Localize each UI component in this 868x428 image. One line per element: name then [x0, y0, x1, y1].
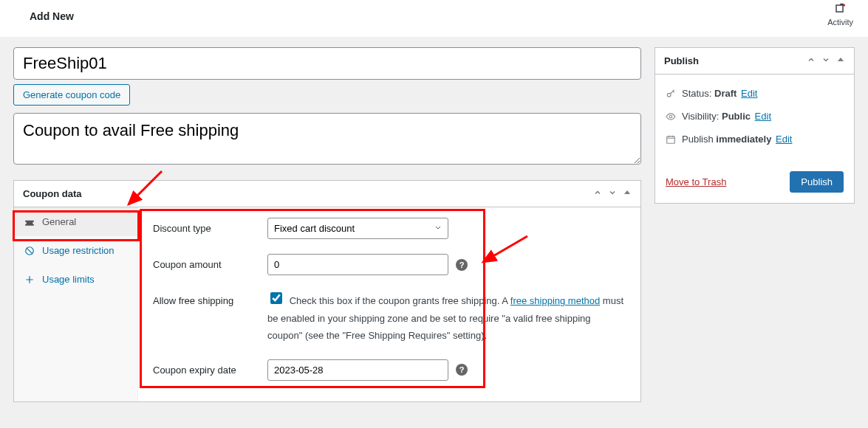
field-label: Allow free shipping [153, 290, 267, 306]
generate-code-button[interactable]: Generate coupon code [13, 84, 130, 106]
svg-point-0 [843, 4, 845, 7]
panel-header: Publish [655, 48, 854, 75]
panel-toggle-icon[interactable] [623, 188, 632, 199]
edit-status-link[interactable]: Edit [741, 88, 757, 99]
panel-toggle-icon[interactable] [836, 55, 845, 66]
publish-button[interactable]: Publish [790, 171, 844, 193]
status-label: Status: [682, 88, 711, 99]
panel-title: Publish [664, 55, 699, 66]
panel-title: Coupon data [23, 188, 81, 199]
visibility-label: Visibility: [682, 111, 719, 122]
field-discount-type: Discount type Fixed cart discount [153, 218, 626, 239]
calendar-icon [666, 134, 676, 145]
form-area: Discount type Fixed cart discount [138, 207, 640, 401]
tab-label: Usage limits [42, 274, 95, 285]
eye-icon [666, 111, 676, 122]
field-label: Coupon expiry date [153, 359, 267, 376]
tabs-sidebar: General Usage restriction Usage limits [14, 207, 138, 401]
activity-button[interactable]: Activity [827, 0, 853, 27]
panel-header: Coupon data [14, 181, 640, 207]
help-icon[interactable]: ? [456, 259, 468, 271]
move-to-trash-link[interactable]: Move to Trash [666, 176, 726, 187]
coupon-amount-input[interactable] [267, 254, 448, 275]
coupon-description-input[interactable]: Coupon to avail Free shipping [13, 113, 641, 165]
schedule-value: immediately [716, 134, 771, 145]
status-row: Status: Draft Edit [666, 82, 844, 105]
tab-general[interactable]: General [14, 207, 137, 236]
tab-usage-limits[interactable]: Usage limits [14, 265, 137, 294]
panel-up-icon[interactable] [807, 55, 816, 66]
edit-schedule-link[interactable]: Edit [776, 134, 792, 145]
ban-icon [24, 246, 35, 256]
expiry-date-input[interactable] [267, 359, 448, 381]
free-shipping-checkbox[interactable] [270, 292, 282, 304]
publish-panel: Publish Status: Draft Edit Visibility: P… [655, 47, 855, 204]
top-bar: Add New Activity [0, 0, 868, 37]
tab-usage-restriction[interactable]: Usage restriction [14, 236, 137, 265]
field-free-shipping: Allow free shipping Check this box if th… [153, 290, 626, 344]
field-coupon-amount: Coupon amount ? [153, 254, 626, 275]
discount-type-select[interactable]: Fixed cart discount [267, 218, 448, 239]
coupon-data-panel: Coupon data Gener [13, 180, 641, 401]
expand-icon [24, 275, 35, 285]
panel-down-icon[interactable] [608, 188, 617, 199]
field-expiry: Coupon expiry date ? [153, 359, 626, 381]
field-label: Discount type [153, 218, 267, 234]
visibility-row: Visibility: Public Edit [666, 105, 844, 128]
ticket-icon [24, 217, 35, 227]
field-label: Coupon amount [153, 254, 267, 270]
schedule-row: Publish immediately Edit [666, 128, 844, 151]
activity-label: Activity [827, 18, 853, 27]
status-value: Draft [714, 88, 737, 99]
coupon-code-input[interactable] [13, 47, 641, 80]
svg-rect-4 [667, 136, 675, 142]
help-icon[interactable]: ? [456, 364, 468, 376]
svg-point-3 [669, 115, 672, 118]
page-title: Add New [30, 0, 74, 22]
schedule-label: Publish [682, 134, 714, 145]
visibility-value: Public [722, 111, 751, 122]
svg-point-2 [667, 93, 671, 97]
panel-up-icon[interactable] [593, 188, 602, 199]
free-shipping-method-link[interactable]: free shipping method [510, 295, 600, 306]
key-icon [666, 89, 676, 99]
tab-label: General [42, 216, 76, 227]
panel-down-icon[interactable] [821, 55, 830, 66]
free-shipping-desc-pre: Check this box if the coupon grants free… [290, 295, 510, 306]
tab-label: Usage restriction [42, 245, 115, 256]
activity-icon [834, 3, 847, 16]
edit-visibility-link[interactable]: Edit [755, 111, 771, 122]
